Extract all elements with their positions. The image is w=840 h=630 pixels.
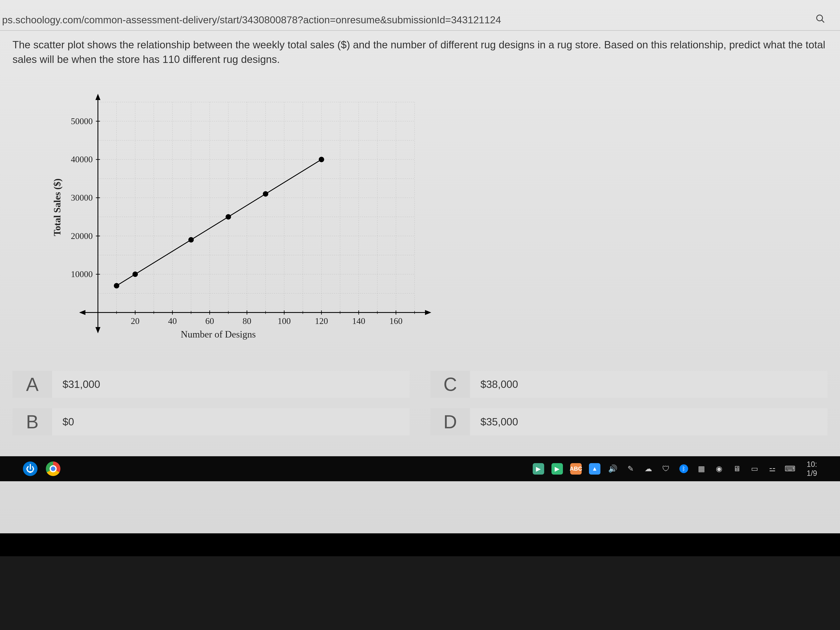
svg-text:10000: 10000: [71, 269, 93, 279]
svg-point-87: [319, 157, 324, 162]
time-line1: 10:: [807, 460, 817, 469]
misc-icon-2[interactable]: ◉: [714, 464, 725, 474]
bluetooth-icon[interactable]: ᛒ: [679, 464, 689, 474]
svg-line-81: [117, 159, 322, 286]
url-divider: [0, 30, 840, 31]
onedrive-icon[interactable]: ☁: [643, 464, 654, 474]
answer-letter: D: [430, 408, 470, 436]
svg-marker-31: [425, 310, 431, 315]
display-icon[interactable]: 🖥: [732, 464, 742, 474]
power-icon[interactable]: ⏻: [23, 461, 38, 476]
svg-point-86: [263, 191, 268, 197]
app-icon-2[interactable]: ▶: [551, 463, 563, 475]
svg-text:30000: 30000: [71, 193, 93, 202]
battery-icon[interactable]: ▭: [749, 464, 760, 474]
clock[interactable]: 10: 1/9: [807, 460, 817, 478]
svg-text:20: 20: [131, 316, 140, 326]
svg-text:140: 140: [352, 316, 365, 326]
system-tray: ▶ ▶ ABC ▲ 🔊 ✎ ☁ 🛡 ᛒ ▦ ◉ 🖥 ▭ ⚍ ⌨ 10: 1/9: [533, 460, 817, 478]
svg-marker-34: [95, 94, 100, 100]
svg-text:100: 100: [278, 316, 291, 326]
app-icon-1[interactable]: ▶: [533, 463, 544, 475]
svg-line-1: [822, 20, 824, 22]
screen-area: ps.schoology.com/common-assessment-deliv…: [0, 0, 840, 533]
time-line2: 1/9: [807, 469, 817, 478]
url-bar[interactable]: ps.schoology.com/common-assessment-deliv…: [0, 13, 832, 27]
svg-text:Number of Designs: Number of Designs: [181, 329, 256, 339]
volume-icon[interactable]: 🔊: [608, 464, 618, 474]
chrome-icon[interactable]: [46, 461, 60, 476]
pictures-icon[interactable]: ▲: [589, 463, 600, 475]
svg-text:Total Sales ($): Total Sales ($): [52, 178, 63, 236]
taskbar-left: ⏻: [23, 461, 60, 476]
answer-option-a[interactable]: A $31,000: [13, 371, 410, 398]
scatter-plot: 2040608010012014016010000200003000040000…: [48, 83, 433, 350]
svg-marker-35: [95, 327, 100, 333]
abc-icon[interactable]: ABC: [570, 463, 582, 475]
misc-icon-1[interactable]: ▦: [696, 464, 707, 474]
svg-point-83: [133, 272, 138, 277]
svg-text:40: 40: [168, 316, 177, 326]
windows-taskbar[interactable]: ⏻ ▶ ▶ ABC ▲ 🔊 ✎ ☁ 🛡 ᛒ ▦ ◉ 🖥 ▭ ⚍ ⌨ 10: 1/…: [0, 456, 840, 481]
svg-marker-32: [79, 310, 85, 315]
svg-text:60: 60: [205, 316, 214, 326]
answer-letter: A: [13, 371, 52, 398]
answer-letter: B: [13, 408, 52, 436]
svg-text:40000: 40000: [71, 155, 93, 164]
question-content: The scatter plot shows the relationship …: [13, 38, 827, 350]
svg-text:20000: 20000: [71, 231, 93, 241]
answer-text: $0: [52, 416, 74, 428]
url-text: ps.schoology.com/common-assessment-deliv…: [2, 14, 501, 25]
svg-text:80: 80: [243, 316, 251, 326]
answer-option-b[interactable]: B $0: [13, 408, 410, 436]
svg-point-82: [114, 283, 119, 288]
answer-text: $35,000: [470, 416, 518, 428]
svg-point-84: [188, 237, 194, 243]
question-text: The scatter plot shows the relationship …: [13, 38, 827, 67]
answer-option-c[interactable]: C $38,000: [430, 371, 827, 398]
svg-text:120: 120: [315, 316, 328, 326]
pen-icon[interactable]: ✎: [625, 464, 636, 474]
svg-point-0: [817, 15, 823, 21]
answer-letter: C: [430, 371, 470, 398]
svg-text:50000: 50000: [71, 117, 93, 126]
svg-text:160: 160: [389, 316, 403, 326]
answer-text: $31,000: [52, 378, 100, 390]
answer-text: $38,000: [470, 378, 518, 390]
svg-point-85: [226, 214, 231, 219]
wifi-icon[interactable]: ⚍: [767, 464, 777, 474]
security-icon[interactable]: 🛡: [661, 464, 671, 474]
chart-svg: 2040608010012014016010000200003000040000…: [48, 83, 433, 350]
search-icon[interactable]: [815, 14, 826, 26]
answer-option-d[interactable]: D $35,000: [430, 408, 827, 436]
monitor-frame: ps.schoology.com/common-assessment-deliv…: [0, 0, 840, 556]
keyboard-icon[interactable]: ⌨: [785, 464, 795, 474]
answer-grid: A $31,000 C $38,000 B $0 D $35,000: [13, 371, 827, 436]
